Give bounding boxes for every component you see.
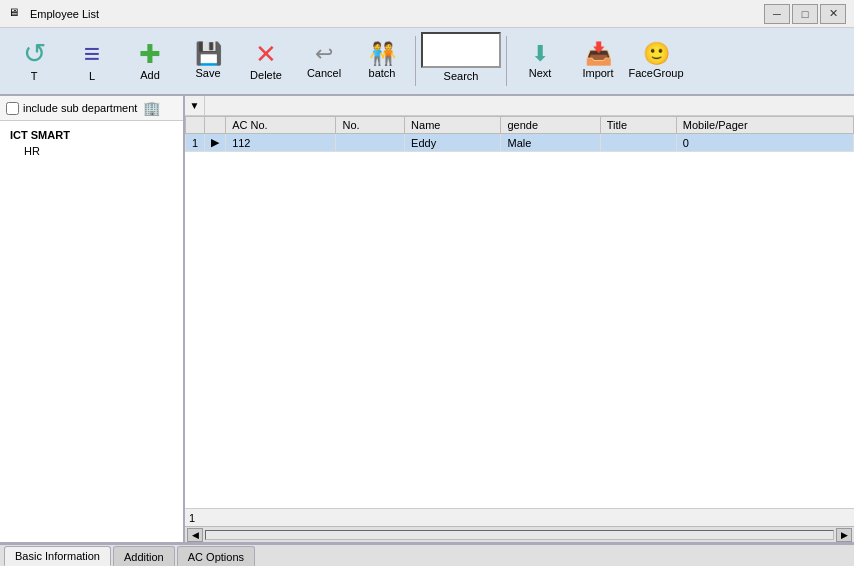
- close-button[interactable]: ✕: [820, 4, 846, 24]
- horizontal-scrollbar[interactable]: ◀ ▶: [185, 526, 854, 542]
- import-button[interactable]: 📥 Import: [570, 32, 626, 90]
- cancel-button[interactable]: ↩ Cancel: [296, 32, 352, 90]
- nav-arrow[interactable]: ▼: [185, 96, 205, 116]
- col-mobile: Mobile/Pager: [676, 117, 853, 134]
- toolbar: ↺ T ≡ L ✚ Add 💾 Save ✕ Delete ↩ Cancel 🧑…: [0, 28, 854, 96]
- include-sub-label[interactable]: include sub department: [6, 102, 137, 115]
- separator-2: [506, 36, 507, 86]
- save-icon: 💾: [195, 43, 222, 65]
- separator-1: [415, 36, 416, 86]
- table-row[interactable]: 1 ▶ 112 Eddy Male 0: [186, 134, 854, 152]
- facegroup-label: FaceGroup: [628, 67, 683, 79]
- add-label: Add: [140, 69, 160, 81]
- delete-icon: ✕: [255, 41, 277, 67]
- search-area: Search: [421, 40, 501, 82]
- maximize-button[interactable]: □: [792, 4, 818, 24]
- delete-label: Delete: [250, 69, 282, 81]
- cell-mobile: 0: [676, 134, 853, 152]
- app-icon: 🖥: [8, 6, 24, 22]
- titlebar: 🖥 Employee List ─ □ ✕: [0, 0, 854, 28]
- tab-ac-options[interactable]: AC Options: [177, 546, 255, 566]
- next-label: Next: [529, 67, 552, 79]
- next-button[interactable]: ⬇ Next: [512, 32, 568, 90]
- cancel-label: Cancel: [307, 67, 341, 79]
- col-rownav: [205, 117, 226, 134]
- batch-button[interactable]: 🧑‍🤝‍🧑 batch: [354, 32, 410, 90]
- refresh-icon: ↺: [23, 40, 46, 68]
- save-button[interactable]: 💾 Save: [180, 32, 236, 90]
- tab-basic-info[interactable]: Basic Information: [4, 546, 111, 566]
- scroll-right-btn[interactable]: ▶: [836, 528, 852, 542]
- tab-bar: Basic Information Addition AC Options: [0, 544, 854, 566]
- employee-table: AC No. No. Name gende Title Mobile/Pager…: [185, 116, 854, 152]
- employee-table-panel: ▼ AC No. No. Name gende Title Mobile/Pag…: [185, 96, 854, 542]
- table-nav-row: ▼: [185, 96, 854, 116]
- refresh-button[interactable]: ↺ T: [6, 32, 62, 90]
- main-content: include sub department 🏢 ICT SMART HR ▼ …: [0, 96, 854, 542]
- col-gender: gende: [501, 117, 600, 134]
- refresh-label: T: [31, 70, 38, 82]
- dept-tree: ICT SMART HR: [0, 121, 183, 542]
- list-button[interactable]: ≡ L: [64, 32, 120, 90]
- cell-name: Eddy: [405, 134, 501, 152]
- list-label: L: [89, 70, 95, 82]
- table-empty-space: [185, 152, 854, 508]
- dept-icon: 🏢: [143, 100, 160, 116]
- table-footer: 1: [185, 508, 854, 526]
- batch-icon: 🧑‍🤝‍🧑: [369, 43, 396, 65]
- add-button[interactable]: ✚ Add: [122, 32, 178, 90]
- col-acno: AC No.: [226, 117, 336, 134]
- list-icon: ≡: [84, 40, 100, 68]
- cell-no: [336, 134, 405, 152]
- dept-header: include sub department 🏢: [0, 96, 183, 121]
- cell-gender: Male: [501, 134, 600, 152]
- scroll-left-btn[interactable]: ◀: [187, 528, 203, 542]
- search-input-box[interactable]: [421, 32, 501, 68]
- col-no: No.: [336, 117, 405, 134]
- delete-button[interactable]: ✕ Delete: [238, 32, 294, 90]
- import-icon: 📥: [585, 43, 612, 65]
- save-label: Save: [195, 67, 220, 79]
- batch-label: batch: [369, 67, 396, 79]
- window-controls: ─ □ ✕: [764, 4, 846, 24]
- row-nav: ▶: [205, 134, 226, 152]
- col-rownum: [186, 117, 205, 134]
- bottom-form-area: Basic Information Addition AC Options AC…: [0, 542, 854, 566]
- window-title: Employee List: [30, 8, 764, 20]
- col-name: Name: [405, 117, 501, 134]
- minimize-button[interactable]: ─: [764, 4, 790, 24]
- scroll-track[interactable]: [205, 530, 834, 540]
- facegroup-icon: 🙂: [643, 43, 670, 65]
- row-number: 1: [186, 134, 205, 152]
- facegroup-button[interactable]: 🙂 FaceGroup: [628, 32, 684, 90]
- left-panel: include sub department 🏢 ICT SMART HR: [0, 96, 185, 542]
- next-icon: ⬇: [531, 43, 549, 65]
- include-sub-checkbox[interactable]: [6, 102, 19, 115]
- tree-item-hr[interactable]: HR: [6, 143, 177, 159]
- tab-addition[interactable]: Addition: [113, 546, 175, 566]
- search-label: Search: [444, 70, 479, 82]
- cell-title: [600, 134, 676, 152]
- tree-item-ict[interactable]: ICT SMART: [6, 127, 177, 143]
- cell-acno: 112: [226, 134, 336, 152]
- add-icon: ✚: [139, 41, 161, 67]
- cancel-icon: ↩: [315, 43, 333, 65]
- col-title: Title: [600, 117, 676, 134]
- import-label: Import: [582, 67, 613, 79]
- footer-page: 1: [189, 512, 195, 524]
